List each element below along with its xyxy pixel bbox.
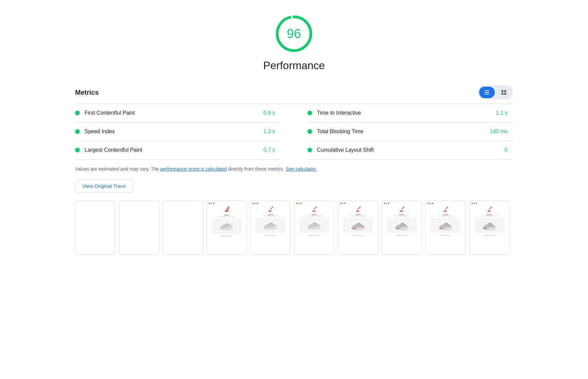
logo-icon [223, 206, 230, 213]
score-section: 96 Performance [20, 7, 568, 85]
view-toggle [478, 85, 513, 99]
logo-icon-9 [442, 206, 449, 213]
svg-rect-5 [501, 90, 503, 92]
tbt-name: Total Blocking Time [317, 128, 490, 135]
tti-value: 1.1 s [496, 110, 508, 116]
filmstrip-frame-7: Catalog STORE · CATALOG · SPONSORER Nike… [338, 201, 378, 255]
metrics-section: Metrics [75, 85, 513, 258]
cls-value: 0 [504, 147, 508, 153]
lcp-value: 0.7 s [263, 147, 275, 153]
metric-row-fcp: First Contentful Paint 0.6 s [75, 104, 281, 122]
shoe-image-7 [350, 220, 366, 231]
grid-view-button[interactable] [496, 87, 512, 98]
filmstrip-frame-10: Catalog STORE · CATALOG · SPONSORER Nike… [469, 201, 510, 255]
filmstrip-frame-8: Catalog STORE · CATALOG · SPONSORER Nike… [382, 201, 422, 255]
calculator-link[interactable]: See calculator. [286, 166, 317, 172]
fcp-dot [75, 111, 80, 115]
tbt-dot [307, 129, 312, 134]
filmstrip-frame-1 [75, 201, 116, 255]
fcp-name: First Contentful Paint [85, 110, 263, 116]
metrics-right-column: Time to Interactive 1.1 s Total Blocking… [294, 104, 513, 159]
filmstrip-frame-4: Catalog STORE · CATALOG · SPONSORER Nike… [206, 201, 247, 255]
filmstrip-frame-6: Catalog STORE · CATALOG · SPONSORER Nike… [294, 201, 334, 255]
tti-dot [307, 111, 312, 115]
tbt-value: 140 ms [490, 128, 508, 135]
svg-rect-8 [504, 93, 506, 95]
filmstrip-frame-5: Catalog STORE · CATALOG · SPONSORER Nike… [250, 201, 291, 255]
fcp-value: 0.6 s [263, 110, 275, 116]
logo-icon-10 [486, 206, 493, 213]
svg-rect-3 [485, 92, 489, 93]
tti-name: Time to Interactive [317, 110, 496, 116]
view-original-trace-button[interactable]: View Original Trace [75, 179, 133, 193]
cls-dot [307, 148, 312, 152]
logo-icon-5 [267, 206, 274, 213]
svg-rect-4 [485, 94, 489, 94]
lcp-dot [75, 148, 80, 152]
shoe-image-5 [262, 221, 279, 230]
list-icon [484, 89, 490, 95]
metric-row-si: Speed Index 1.3 s [75, 122, 281, 141]
metrics-header: Metrics [75, 85, 513, 99]
metric-row-tti: Time to Interactive 1.1 s [307, 104, 513, 122]
lcp-name: Largest Contentful Paint [85, 147, 263, 153]
cls-name: Cumulative Layout Shift [317, 147, 504, 153]
metric-row-tbt: Total Blocking Time 140 ms [307, 122, 513, 141]
logo-icon-6 [311, 206, 318, 213]
shoe-image-10 [481, 220, 498, 231]
svg-rect-6 [504, 90, 506, 92]
perf-score-link[interactable]: performance score is calculated [160, 166, 227, 172]
si-name: Speed Index [85, 128, 263, 135]
metrics-grid: First Contentful Paint 0.6 s Speed Index… [75, 104, 513, 159]
metrics-title: Metrics [75, 89, 99, 96]
logo-icon-7 [355, 206, 361, 213]
metrics-left-column: First Contentful Paint 0.6 s Speed Index… [75, 104, 294, 159]
logo-icon-8 [398, 206, 405, 213]
svg-rect-7 [501, 93, 503, 95]
score-circle: 96 [274, 13, 314, 54]
score-value: 96 [287, 27, 301, 41]
metric-row-lcp: Largest Contentful Paint 0.7 s [75, 141, 281, 159]
metrics-note: Values are estimated and may vary. The p… [75, 166, 513, 173]
filmstrip-frame-2 [119, 201, 159, 255]
shoe-image-9 [437, 220, 454, 231]
svg-rect-2 [485, 90, 489, 91]
filmstrip-frame-3 [163, 201, 203, 255]
page-title: Performance [263, 59, 325, 72]
list-view-button[interactable] [479, 87, 495, 98]
shoe-image-6 [306, 221, 323, 230]
filmstrip: Catalog STORE · CATALOG · SPONSORER Nike… [75, 201, 513, 258]
si-dot [75, 129, 80, 134]
si-value: 1.3 s [263, 128, 275, 135]
shoe-image-8 [393, 220, 410, 231]
metric-row-cls: Cumulative Layout Shift 0 [307, 141, 513, 159]
shoe-image-icon [218, 222, 235, 231]
grid-icon [501, 89, 507, 95]
filmstrip-frame-9: Catalog STORE · CATALOG · SPONSORER Nike… [425, 201, 466, 255]
